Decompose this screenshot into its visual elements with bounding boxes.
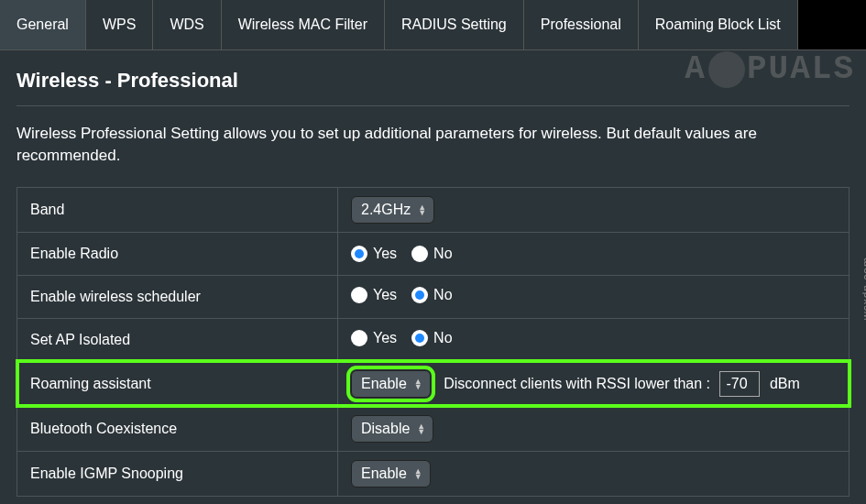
radio-label-yes: Yes bbox=[373, 287, 397, 303]
radio-label-no: No bbox=[433, 330, 452, 346]
label-enable-scheduler: Enable wireless scheduler bbox=[17, 275, 338, 318]
row-band: Band 2.4GHz ▲▼ bbox=[17, 187, 850, 232]
radio-label-no: No bbox=[433, 246, 452, 262]
page-description: Wireless Professional Setting allows you… bbox=[16, 123, 850, 167]
radio-label-yes: Yes bbox=[373, 246, 397, 262]
label-igmp: Enable IGMP Snooping bbox=[17, 451, 338, 496]
select-igmp[interactable]: Enable ▲▼ bbox=[351, 460, 431, 488]
label-roaming-assistant: Roaming assistant bbox=[17, 361, 338, 406]
roaming-hint: Disconnect clients with RSSI lower than … bbox=[444, 376, 710, 391]
label-band: Band bbox=[17, 187, 338, 232]
rssi-unit: dBm bbox=[770, 376, 800, 391]
label-enable-radio: Enable Radio bbox=[17, 232, 338, 275]
tab-wds[interactable]: WDS bbox=[153, 0, 221, 49]
tab-mac-filter[interactable]: Wireless MAC Filter bbox=[222, 0, 385, 49]
radio-scheduler-no[interactable] bbox=[411, 287, 428, 303]
row-igmp: Enable IGMP Snooping Enable ▲▼ bbox=[17, 451, 850, 496]
select-roaming-value: Enable bbox=[361, 376, 407, 392]
radio-scheduler-yes[interactable] bbox=[351, 287, 367, 303]
tab-general[interactable]: General bbox=[0, 0, 86, 49]
radio-ap-isolated-no[interactable] bbox=[411, 330, 428, 346]
label-ap-isolated: Set AP Isolated bbox=[17, 318, 338, 361]
updown-icon: ▲▼ bbox=[414, 468, 422, 479]
updown-icon: ▲▼ bbox=[418, 204, 426, 215]
settings-table: Band 2.4GHz ▲▼ Enable Radio Yes No bbox=[16, 187, 850, 497]
page-title: Wireless - Professional bbox=[16, 69, 850, 106]
row-roaming-assistant: Roaming assistant Enable ▲▼ Disconnect c… bbox=[17, 361, 850, 406]
radio-label-no: No bbox=[433, 287, 452, 303]
label-bluetooth: Bluetooth Coexistence bbox=[17, 406, 338, 451]
select-band[interactable]: 2.4GHz ▲▼ bbox=[351, 196, 434, 224]
radio-group-enable-radio: Yes No bbox=[351, 246, 464, 262]
select-bluetooth[interactable]: Disable ▲▼ bbox=[351, 415, 433, 443]
radio-group-ap-isolated: Yes No bbox=[351, 330, 464, 346]
updown-icon: ▲▼ bbox=[417, 423, 425, 434]
radio-label-yes: Yes bbox=[373, 330, 397, 346]
row-enable-radio: Enable Radio Yes No bbox=[17, 232, 850, 275]
input-rssi[interactable]: -70 bbox=[719, 371, 760, 397]
select-igmp-value: Enable bbox=[361, 466, 407, 482]
source-label: wsxdn.com bbox=[861, 257, 866, 320]
select-roaming[interactable]: Enable ▲▼ bbox=[351, 370, 431, 398]
select-band-value: 2.4GHz bbox=[361, 202, 411, 218]
tab-radius[interactable]: RADIUS Setting bbox=[385, 0, 524, 49]
row-bluetooth: Bluetooth Coexistence Disable ▲▼ bbox=[17, 406, 850, 451]
tab-roaming-block[interactable]: Roaming Block List bbox=[639, 0, 798, 49]
row-enable-scheduler: Enable wireless scheduler Yes No bbox=[17, 275, 850, 318]
tab-wps[interactable]: WPS bbox=[86, 0, 153, 49]
radio-enable-radio-yes[interactable] bbox=[351, 246, 367, 262]
radio-enable-radio-no[interactable] bbox=[411, 246, 428, 262]
updown-icon: ▲▼ bbox=[414, 378, 422, 389]
tab-bar: General WPS WDS Wireless MAC Filter RADI… bbox=[0, 0, 866, 50]
tab-professional[interactable]: Professional bbox=[524, 0, 639, 49]
radio-ap-isolated-yes[interactable] bbox=[351, 330, 367, 346]
radio-group-scheduler: Yes No bbox=[351, 287, 464, 303]
select-bluetooth-value: Disable bbox=[361, 421, 410, 437]
row-ap-isolated: Set AP Isolated Yes No bbox=[17, 318, 850, 361]
tab-spacer bbox=[798, 0, 866, 49]
